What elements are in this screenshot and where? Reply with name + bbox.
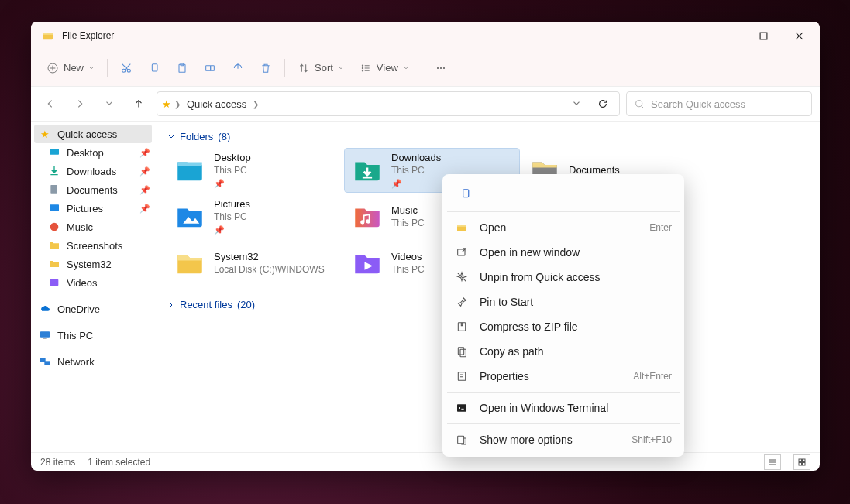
ctx-show-more[interactable]: Show more options Shift+F10: [447, 427, 680, 452]
ctx-properties[interactable]: Properties Alt+Enter: [447, 364, 680, 389]
svg-rect-26: [363, 177, 372, 179]
close-button[interactable]: [781, 22, 817, 50]
ctx-open-new-window[interactable]: Open in new window: [447, 240, 680, 265]
folder-item-desktop[interactable]: Desktop This PC 📌: [167, 149, 342, 192]
ctx-open-terminal[interactable]: Open in Windows Terminal: [447, 396, 680, 420]
sidebar-item-desktop[interactable]: Desktop 📌: [31, 143, 155, 162]
back-button[interactable]: [39, 92, 62, 115]
svg-rect-29: [799, 462, 802, 465]
sidebar-item-screenshots[interactable]: Screenshots: [31, 236, 155, 255]
pictures-icon: [48, 202, 60, 214]
folder-icon: [351, 201, 384, 233]
sidebar-label: Pictures: [67, 203, 103, 214]
ctx-unpin[interactable]: Unpin from Quick access: [447, 265, 680, 290]
address-bar[interactable]: ★ ❯ Quick access ❯: [157, 91, 620, 116]
nav-pane[interactable]: ★ Quick access Desktop 📌 Downloads 📌 Doc…: [31, 122, 155, 452]
search-box[interactable]: Search Quick access: [626, 91, 812, 116]
recent-dropdown[interactable]: [98, 92, 121, 115]
sidebar-network[interactable]: Network: [31, 352, 155, 371]
file-explorer-window: File Explorer New Sort View: [31, 22, 820, 471]
forward-button[interactable]: [68, 92, 91, 115]
cut-button[interactable]: [112, 54, 140, 82]
folder-location: Local Disk (C:)\WINDOWS: [214, 264, 325, 276]
terminal-icon: [455, 401, 469, 415]
paste-button[interactable]: [168, 54, 196, 82]
svg-rect-20: [50, 279, 59, 286]
group-count: (20): [237, 299, 255, 310]
folder-item-pictures[interactable]: Pictures This PC 📌: [167, 195, 342, 238]
svg-rect-22: [43, 338, 46, 338]
ctx-copy-icon[interactable]: [452, 180, 478, 207]
sidebar-quick-access[interactable]: ★ Quick access: [34, 125, 152, 143]
sidebar-item-downloads[interactable]: Downloads 📌: [31, 162, 155, 180]
ctx-open[interactable]: Open Enter: [447, 215, 680, 240]
sort-label: Sort: [315, 62, 333, 74]
group-folders[interactable]: Folders (8): [167, 131, 807, 142]
ctx-label: Unpin from Quick access: [480, 271, 672, 283]
delete-button[interactable]: [252, 54, 280, 82]
sidebar-item-videos[interactable]: Videos: [31, 273, 155, 292]
onedrive-icon: [39, 303, 51, 315]
copy-button[interactable]: [140, 54, 168, 82]
svg-rect-38: [458, 436, 464, 443]
sidebar-thispc[interactable]: This PC: [31, 326, 155, 345]
svg-point-12: [437, 67, 439, 69]
ctx-label: Compress to ZIP file: [480, 321, 672, 333]
folder-icon: [48, 258, 60, 270]
ctx-copy-path[interactable]: Copy as path: [447, 339, 680, 364]
pin-icon: 📌: [139, 185, 150, 195]
ctx-label: Copy as path: [480, 345, 672, 358]
share-button[interactable]: [224, 54, 252, 82]
svg-rect-25: [177, 163, 202, 166]
sidebar-label: Screenshots: [67, 240, 122, 252]
pin-icon: 📌: [139, 166, 150, 177]
nav-row: ★ ❯ Quick access ❯ Search Quick access: [31, 87, 820, 121]
ctx-label: Open: [480, 221, 638, 234]
chevron-right-icon[interactable]: ❯: [253, 100, 259, 108]
svg-rect-7: [206, 65, 211, 70]
sidebar-label: OneDrive: [57, 303, 100, 315]
status-bar: 28 items 1 item selected: [31, 452, 820, 471]
new-button[interactable]: New: [39, 54, 102, 82]
breadcrumb[interactable]: Quick access: [184, 98, 249, 110]
sidebar-label: System32: [67, 259, 112, 270]
svg-rect-0: [760, 33, 767, 39]
ctx-label: Open in Windows Terminal: [480, 402, 672, 414]
ctx-compress-zip[interactable]: Compress to ZIP file: [447, 314, 680, 339]
sidebar-label: Desktop: [67, 147, 104, 159]
folder-item-system32[interactable]: System32 Local Disk (C:)\WINDOWS: [167, 242, 342, 285]
view-label: View: [377, 62, 398, 74]
sidebar-item-music[interactable]: Music: [31, 218, 155, 236]
ctx-label: Show more options: [480, 434, 621, 446]
sidebar-item-system32[interactable]: System32: [31, 255, 155, 273]
address-dropdown[interactable]: [565, 92, 588, 115]
pin-icon: 📌: [214, 178, 251, 189]
svg-point-11: [362, 70, 363, 70]
more-button[interactable]: [427, 54, 455, 82]
ctx-pin-start[interactable]: Pin to Start: [447, 290, 680, 314]
folder-icon: [351, 154, 384, 187]
unpin-icon: [455, 270, 469, 284]
thumbnails-view-button[interactable]: [793, 454, 810, 470]
refresh-button[interactable]: [591, 92, 614, 115]
sort-button[interactable]: Sort: [290, 54, 352, 82]
svg-rect-4: [152, 63, 157, 70]
sidebar-onedrive[interactable]: OneDrive: [31, 300, 155, 318]
view-button[interactable]: View: [352, 54, 417, 82]
sidebar-item-documents[interactable]: Documents 📌: [31, 180, 155, 199]
folder-icon: [174, 247, 206, 279]
svg-point-15: [636, 100, 642, 106]
svg-rect-30: [803, 462, 806, 465]
details-view-button[interactable]: [764, 454, 781, 470]
svg-rect-24: [44, 361, 50, 365]
folder-location: This PC: [214, 165, 251, 177]
rename-button[interactable]: [196, 54, 224, 82]
maximize-button[interactable]: [745, 22, 781, 50]
status-selected: 1 item selected: [88, 457, 150, 468]
svg-rect-18: [50, 204, 59, 211]
minimize-button[interactable]: [710, 22, 745, 50]
sidebar-item-pictures[interactable]: Pictures 📌: [31, 199, 155, 218]
up-button[interactable]: [127, 92, 150, 115]
svg-point-10: [362, 67, 363, 68]
folder-location: This PC: [391, 218, 425, 230]
